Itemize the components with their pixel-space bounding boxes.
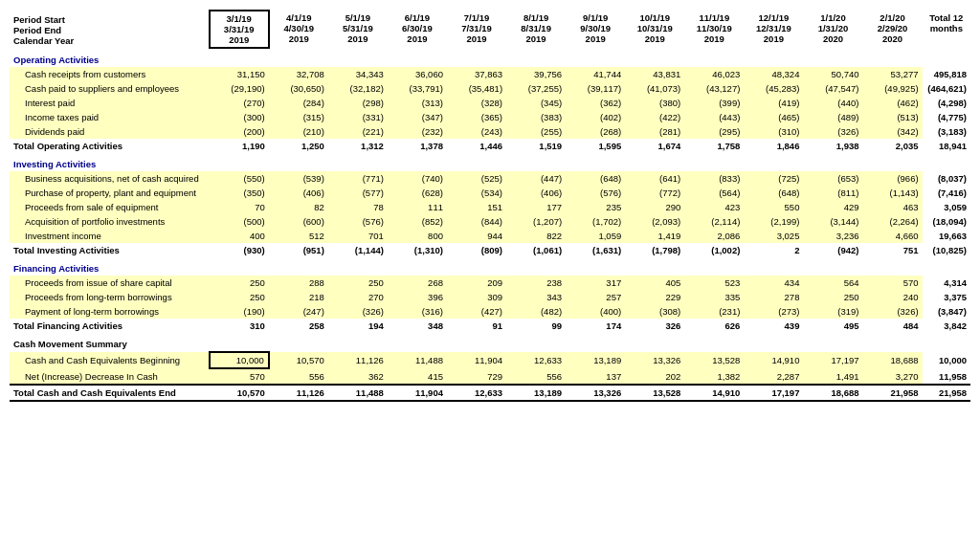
label-investment_income: Investment income xyxy=(10,229,210,243)
cell-purchase_ppe-4: (534) xyxy=(447,186,506,200)
cell-payment_longterm-9: (273) xyxy=(744,304,803,319)
cell-cash_beginning-10: 17,197 xyxy=(803,352,862,368)
cell-payment_longterm-8: (231) xyxy=(684,304,744,319)
cell-cash_beginning-1: 10,570 xyxy=(269,352,328,368)
cell-total_cash_end-4: 12,633 xyxy=(447,385,506,401)
row-investing-activities: Investing Activities xyxy=(10,153,970,171)
cell-cash_receipts-11: 53,277 xyxy=(863,67,923,81)
cell-proceeds_share-8: 523 xyxy=(684,276,744,290)
cell-proceeds_equip-1: 82 xyxy=(269,200,328,214)
cell-cash_receipts-5: 39,756 xyxy=(506,67,566,81)
label-total_financing: Total Financing Activities xyxy=(10,319,210,333)
total-total_investing: (10,825) xyxy=(923,243,970,257)
cell-total_investing-2: (1,144) xyxy=(328,243,388,257)
cell-net_increase-2: 362 xyxy=(328,368,388,385)
row-business_acq: Business acquisitions, net of cash acqui… xyxy=(10,171,970,186)
cell-total_financing-3: 348 xyxy=(388,319,447,333)
row-interest_paid: Interest paid(270)(284)(298)(313)(328)(3… xyxy=(10,96,970,110)
cell-acq_portfolio-1: (600) xyxy=(269,214,328,229)
row-payment_longterm: Payment of long-term borrowings(190)(247… xyxy=(10,304,970,319)
cell-proceeds_equip-2: 78 xyxy=(328,200,388,214)
cell-total_operating-2: 1,312 xyxy=(328,139,388,153)
label-cash_paid: Cash paid to suppliers and employees xyxy=(10,81,210,96)
calendar-year-label: Calendar Year xyxy=(13,35,205,46)
cell-total_financing-10: 495 xyxy=(803,319,862,333)
cell-interest_paid-4: (328) xyxy=(447,96,506,110)
cell-purchase_ppe-6: (576) xyxy=(566,186,625,200)
cell-cash_receipts-3: 36,060 xyxy=(388,67,447,81)
cell-acq_portfolio-9: (2,199) xyxy=(744,214,803,229)
cell-cash_beginning-2: 11,126 xyxy=(328,352,388,368)
cell-proceeds_share-5: 238 xyxy=(506,276,566,290)
row-acq_portfolio: Acquisition of portfolio investments(500… xyxy=(10,214,970,229)
cell-purchase_ppe-9: (648) xyxy=(744,186,803,200)
cell-proceeds_share-1: 288 xyxy=(269,276,328,290)
cell-income_taxes-4: (365) xyxy=(447,110,506,124)
cell-interest_paid-5: (345) xyxy=(506,96,566,110)
cell-business_acq-11: (966) xyxy=(863,171,923,186)
period-labels: Period Start Period End Calendar Year xyxy=(10,11,210,48)
total-total_operating: 18,941 xyxy=(923,139,970,153)
cell-total_financing-7: 326 xyxy=(625,319,684,333)
label-business_acq: Business acquisitions, net of cash acqui… xyxy=(10,171,210,186)
cell-business_acq-5: (447) xyxy=(506,171,566,186)
label-acq_portfolio: Acquisition of portfolio investments xyxy=(10,214,210,229)
cell-business_acq-0: (550) xyxy=(210,171,269,186)
cell-cash_receipts-8: 46,023 xyxy=(684,67,744,81)
cell-proceeds_share-4: 209 xyxy=(447,276,506,290)
cell-purchase_ppe-1: (406) xyxy=(269,186,328,200)
cell-payment_longterm-6: (400) xyxy=(566,304,625,319)
cell-payment_longterm-4: (427) xyxy=(447,304,506,319)
cell-total_cash_end-2: 11,488 xyxy=(328,385,388,401)
cell-proceeds_share-3: 268 xyxy=(388,276,447,290)
cell-total_cash_end-0: 10,570 xyxy=(210,385,269,401)
cell-acq_portfolio-0: (500) xyxy=(210,214,269,229)
total-investment_income: 19,663 xyxy=(923,229,970,243)
cell-cash_paid-0: (29,190) xyxy=(210,81,269,96)
cell-cash_beginning-4: 11,904 xyxy=(447,352,506,368)
header-col-8: 11/1/1911/30/192019 xyxy=(684,11,744,48)
cell-income_taxes-8: (443) xyxy=(684,110,744,124)
cell-total_financing-6: 174 xyxy=(566,319,625,333)
cell-net_increase-9: 2,287 xyxy=(744,368,803,385)
cell-purchase_ppe-10: (811) xyxy=(803,186,862,200)
cell-interest_paid-7: (380) xyxy=(625,96,684,110)
label-net_increase: Net (Increase) Decrease In Cash xyxy=(10,368,210,385)
cell-proceeds_equip-10: 429 xyxy=(803,200,862,214)
cell-proceeds_equip-3: 111 xyxy=(388,200,447,214)
cell-dividends_paid-4: (243) xyxy=(447,124,506,139)
cell-investment_income-11: 4,660 xyxy=(863,229,923,243)
cell-purchase_ppe-0: (350) xyxy=(210,186,269,200)
label-purchase_ppe: Purchase of property, plant and equipmen… xyxy=(10,186,210,200)
row-proceeds_equip: Proceeds from sale of equipment708278111… xyxy=(10,200,970,214)
cell-total_investing-9: 2 xyxy=(744,243,803,257)
cell-cash_beginning-9: 14,910 xyxy=(744,352,803,368)
row-cash_receipts: Cash receipts from customers31,15032,708… xyxy=(10,67,970,81)
cell-total_investing-7: (1,798) xyxy=(625,243,684,257)
cell-proceeds_longterm-6: 257 xyxy=(566,290,625,304)
row-purchase_ppe: Purchase of property, plant and equipmen… xyxy=(10,186,970,200)
header-col-4: 7/1/197/31/192019 xyxy=(447,11,506,48)
total-proceeds_equip: 3,059 xyxy=(923,200,970,214)
cell-total_operating-6: 1,595 xyxy=(566,139,625,153)
cell-net_increase-3: 415 xyxy=(388,368,447,385)
cell-total_cash_end-8: 14,910 xyxy=(684,385,744,401)
cell-cash_paid-7: (41,073) xyxy=(625,81,684,96)
header-col-9: 12/1/1912/31/192019 xyxy=(744,11,803,48)
cell-proceeds_share-7: 405 xyxy=(625,276,684,290)
cell-proceeds_share-0: 250 xyxy=(210,276,269,290)
cell-investment_income-9: 3,025 xyxy=(744,229,803,243)
cell-total_operating-3: 1,378 xyxy=(388,139,447,153)
header-row: Period Start Period End Calendar Year 3/… xyxy=(10,11,970,48)
cell-cash_paid-1: (30,650) xyxy=(269,81,328,96)
cell-net_increase-7: 202 xyxy=(625,368,684,385)
cell-purchase_ppe-3: (628) xyxy=(388,186,447,200)
cell-total_financing-5: 99 xyxy=(506,319,566,333)
header-col-7: 10/1/1910/31/192019 xyxy=(625,11,684,48)
cell-purchase_ppe-11: (1,143) xyxy=(863,186,923,200)
cell-investment_income-10: 3,236 xyxy=(803,229,862,243)
cell-cash_beginning-0: 10,000 xyxy=(210,352,269,368)
cell-total_cash_end-6: 13,326 xyxy=(566,385,625,401)
cell-payment_longterm-11: (326) xyxy=(863,304,923,319)
row-income_taxes: Income taxes paid(300)(315)(331)(347)(36… xyxy=(10,110,970,124)
